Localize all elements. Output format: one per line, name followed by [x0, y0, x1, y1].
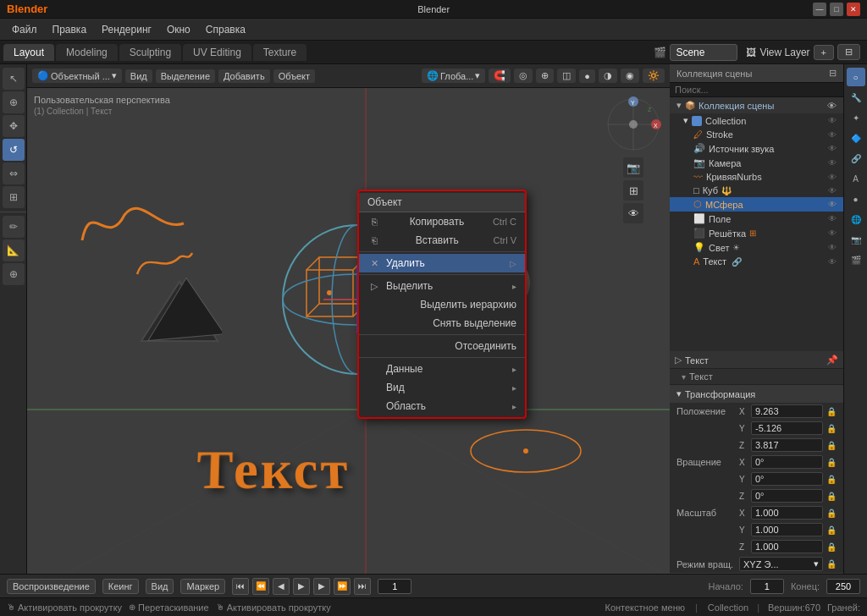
- status-activate-proxy-2[interactable]: 🖱 Активировать прокрутку: [216, 602, 331, 613]
- rs-world[interactable]: 🌐: [847, 210, 865, 228]
- outliner-light[interactable]: 💡 Свет ☀ 👁: [670, 240, 843, 255]
- light-vis[interactable]: 👁: [828, 243, 837, 252]
- sound-vis[interactable]: 👁: [828, 144, 837, 153]
- rs-physics[interactable]: 🔷: [847, 129, 865, 147]
- end-frame-input[interactable]: 250: [826, 579, 860, 594]
- rotate-tool[interactable]: ↺: [3, 139, 25, 161]
- scene-col-vis[interactable]: 👁: [827, 101, 837, 111]
- ctx-select[interactable]: ▷ Выделить ▸: [359, 277, 525, 295]
- overlay-button[interactable]: ⊕: [536, 69, 554, 83]
- outliner-nurbs[interactable]: 〰 КривяяNurbs 👁: [670, 170, 843, 184]
- move-tool[interactable]: ✥: [3, 115, 25, 137]
- col-vis-icon[interactable]: 👁: [828, 116, 837, 125]
- outliner-cube[interactable]: □ Куб 🔱 👁: [670, 184, 843, 197]
- play-button[interactable]: ▶: [293, 578, 310, 595]
- outliner-search[interactable]: [670, 83, 843, 97]
- proportional-button[interactable]: ◎: [514, 69, 533, 83]
- step-forward[interactable]: ▶: [313, 578, 330, 595]
- outliner-text[interactable]: A Текст 🔗 👁: [670, 255, 843, 268]
- scale-z-lock[interactable]: 🔒: [826, 542, 837, 552]
- viewport-mode-button[interactable]: 🔵 Объектный ... ▾: [32, 69, 122, 83]
- viewport-canvas[interactable]: Пользовательская перспектива (1) Collect…: [27, 88, 670, 574]
- outliner-msphere[interactable]: ⬡ МСфера 👁: [670, 197, 843, 212]
- menu-render[interactable]: Рендеринг: [95, 22, 158, 37]
- rot-y-value[interactable]: 0°: [751, 472, 823, 486]
- rs-render[interactable]: 🎬: [847, 250, 865, 269]
- tab-modeling[interactable]: Modeling: [56, 44, 118, 61]
- nurbs-vis[interactable]: 👁: [828, 173, 837, 182]
- outliner-field[interactable]: ⬜ Поле 👁: [670, 212, 843, 226]
- start-frame-input[interactable]: 1: [750, 579, 784, 594]
- shading-solid[interactable]: ●: [579, 69, 595, 83]
- tab-uv-editing[interactable]: UV Editing: [183, 44, 251, 61]
- rot-mode-lock[interactable]: 🔒: [826, 559, 837, 569]
- col-expand-icon-2[interactable]: ▾: [682, 372, 686, 382]
- pos-x-lock[interactable]: 🔒: [826, 407, 837, 416]
- tab-layout[interactable]: Layout: [3, 44, 54, 61]
- rs-object-data[interactable]: A: [847, 169, 865, 188]
- delta-transform-header[interactable]: ▸ Дельта-трансформация: [670, 573, 843, 574]
- pos-z-value[interactable]: 3.817: [751, 438, 823, 452]
- shading-eevee[interactable]: 🔆: [643, 69, 665, 83]
- add-scene-button[interactable]: +: [814, 45, 834, 60]
- status-retopology[interactable]: ⊕ Перетаскивание: [129, 602, 209, 613]
- rot-x-value[interactable]: 0°: [751, 455, 823, 469]
- outliner-sound[interactable]: 🔊 Источник звука 👁: [670, 141, 843, 156]
- rot-z-lock[interactable]: 🔒: [826, 492, 837, 501]
- scene-col-expand[interactable]: ▾: [676, 100, 682, 111]
- ctx-data[interactable]: Данные ▸: [359, 360, 525, 378]
- scale-z-value[interactable]: 1.000: [751, 540, 823, 553]
- viewport-add-button[interactable]: Добавить: [218, 69, 270, 83]
- tab-sculpting[interactable]: Sculpting: [119, 44, 181, 61]
- text-vis[interactable]: 👁: [828, 257, 837, 267]
- ctx-view[interactable]: Вид ▸: [359, 378, 525, 397]
- menu-edit[interactable]: Правка: [46, 22, 94, 37]
- keying-menu[interactable]: Кеинг: [102, 579, 139, 594]
- annotate-tool[interactable]: ✏: [3, 216, 25, 238]
- jump-start[interactable]: ⏮: [232, 578, 249, 595]
- viewport-global-button[interactable]: 🌐 Глоба... ▾: [422, 69, 485, 83]
- viewport-camera-icon[interactable]: 📷: [623, 157, 643, 178]
- transform-section-header[interactable]: ▾ Трансформация: [670, 385, 843, 403]
- cursor-tool[interactable]: ⊕: [3, 91, 25, 113]
- viewport-grid-icon[interactable]: ⊞: [623, 180, 643, 201]
- ctx-unlink[interactable]: Отсоединить: [359, 337, 525, 355]
- pos-z-lock[interactable]: 🔒: [826, 441, 837, 450]
- pos-y-lock[interactable]: 🔒: [826, 424, 837, 433]
- menu-window[interactable]: Окно: [160, 22, 197, 37]
- rot-x-lock[interactable]: 🔒: [826, 458, 837, 467]
- ctx-deselect[interactable]: Снять выделение: [359, 314, 525, 333]
- minimize-button[interactable]: —: [813, 3, 826, 16]
- select-tool[interactable]: ↖: [3, 68, 25, 90]
- scene-options-button[interactable]: ⊟: [837, 44, 860, 60]
- xray-button[interactable]: ◫: [557, 69, 576, 83]
- rs-scene[interactable]: 📷: [847, 230, 865, 249]
- scene-input[interactable]: [670, 44, 737, 61]
- ctx-delete[interactable]: ✕ Удалить ▷: [359, 254, 525, 272]
- cube-vis[interactable]: 👁: [828, 186, 837, 195]
- menu-help[interactable]: Справка: [199, 22, 252, 37]
- scale-y-value[interactable]: 1.000: [751, 523, 823, 536]
- next-keyframe[interactable]: ⏩: [334, 578, 351, 595]
- viewport-select-button[interactable]: Выделение: [156, 69, 215, 83]
- ctx-area[interactable]: Область ▸: [359, 397, 525, 415]
- pos-x-value[interactable]: 9.263: [751, 404, 823, 418]
- rs-constraints[interactable]: 🔗: [847, 149, 865, 168]
- close-button[interactable]: ✕: [847, 3, 860, 16]
- shading-material[interactable]: ◑: [599, 69, 617, 83]
- scale-x-lock[interactable]: 🔒: [826, 509, 837, 518]
- ctx-paste[interactable]: ⎗ Вставить Ctrl V: [359, 231, 525, 250]
- viewport-view-button[interactable]: Вид: [125, 69, 152, 83]
- ctx-select-hierarchy[interactable]: Выделить иерархию: [359, 295, 525, 314]
- rot-z-value[interactable]: 0°: [751, 489, 823, 503]
- field-vis[interactable]: 👁: [828, 214, 837, 223]
- add-tool[interactable]: ⊕: [3, 263, 25, 285]
- snapping-button[interactable]: 🧲: [489, 69, 511, 83]
- rot-y-lock[interactable]: 🔒: [826, 475, 837, 484]
- outliner-lattice[interactable]: ⬛ Решётка ⊞ 👁: [670, 226, 843, 240]
- outliner-camera[interactable]: 📷 Камера 👁: [670, 156, 843, 170]
- step-back[interactable]: ◀: [273, 578, 290, 595]
- scale-tool[interactable]: ⇔: [3, 162, 25, 184]
- menu-file[interactable]: Файл: [5, 22, 44, 37]
- scale-y-lock[interactable]: 🔒: [826, 525, 837, 535]
